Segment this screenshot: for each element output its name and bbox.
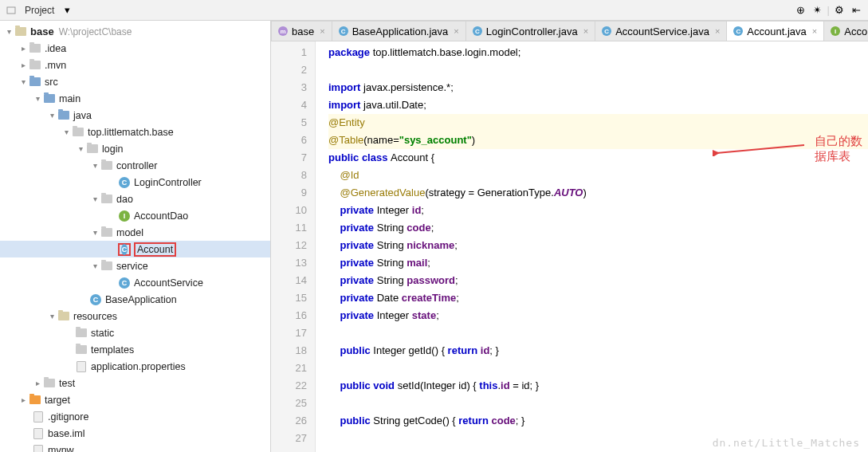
tab-acct-svc[interactable]: CAccountService.java× [595,21,727,41]
tree-base-iml[interactable]: base.iml [0,425,270,442]
tab-login-ctrl[interactable]: CLoginController.java× [465,21,595,41]
tree-controller[interactable]: ▾controller [0,157,270,174]
line-gutter: 123456789101112131415161718212225262730 [271,41,316,452]
tree-login-ctrl[interactable]: CLoginController [0,174,270,191]
tab-account[interactable]: CAccount.java× [726,21,824,41]
tree-static[interactable]: static [0,324,270,341]
project-tree[interactable]: ▾baseW:\projectC\base ▸.idea ▸.mvn ▾src … [0,21,271,452]
svg-rect-0 [7,7,15,14]
tree-account-dao[interactable]: IAccountDao [0,207,270,224]
annotation-arrow [713,142,808,156]
tab-base-app[interactable]: CBaseApplication.java× [332,21,466,41]
tree-target[interactable]: ▸target [0,391,270,408]
tree-service[interactable]: ▾service [0,257,270,274]
editor-tabs: mbase× CBaseApplication.java× CLoginCont… [271,21,868,41]
annotation-note: 自己的数据库表 [815,134,868,164]
close-icon[interactable]: × [583,26,588,36]
tree-app-props[interactable]: application.properties [0,358,270,375]
project-select-icon[interactable] [5,3,19,18]
locate-icon[interactable]: ⊕ [794,3,808,18]
project-toolbar: Project ▾ ⊕ ✴ | ⚙ ⇤ [0,0,868,21]
tree-pkg[interactable]: ▾top.littlematch.base [0,124,270,140]
tab-acco-partial[interactable]: IAcco [823,21,868,41]
tree-base-app[interactable]: CBaseApplication [0,291,270,308]
tree-mvn[interactable]: ▸.mvn [0,57,270,73]
gear-icon[interactable]: ⚙ [832,3,846,18]
tree-java[interactable]: ▾java [0,107,270,124]
close-icon[interactable]: × [812,26,817,36]
tree-dao[interactable]: ▾dao [0,191,270,207]
collapse-icon[interactable]: ✴ [811,3,825,18]
code-editor[interactable]: 123456789101112131415161718212225262730 … [271,41,868,452]
tree-templates[interactable]: templates [0,341,270,358]
tree-model[interactable]: ▾model [0,224,270,241]
tab-base[interactable]: mbase× [271,21,332,41]
hide-icon[interactable]: ⇤ [849,3,863,18]
tree-root[interactable]: ▾baseW:\projectC\base [0,23,270,40]
tree-resources[interactable]: ▾resources [0,308,270,324]
tree-mvnw[interactable]: mvnw [0,442,270,452]
tree-account[interactable]: CAccount [0,241,270,257]
tree-gitignore[interactable]: .gitignore [0,408,270,425]
tree-account-service[interactable]: CAccountService [0,274,270,291]
close-icon[interactable]: × [454,26,458,36]
tree-src[interactable]: ▾src [0,73,270,90]
tree-main[interactable]: ▾main [0,90,270,107]
tree-idea[interactable]: ▸.idea [0,40,270,57]
dropdown-icon[interactable]: ▾ [60,3,74,18]
tree-login[interactable]: ▾login [0,140,270,157]
code-content[interactable]: package top.littlematch.base.login.model… [316,41,868,452]
svg-line-1 [717,145,804,153]
close-icon[interactable]: × [320,26,324,36]
close-icon[interactable]: × [715,26,720,36]
tree-test[interactable]: ▸test [0,375,270,391]
project-label[interactable]: Project [25,5,54,16]
